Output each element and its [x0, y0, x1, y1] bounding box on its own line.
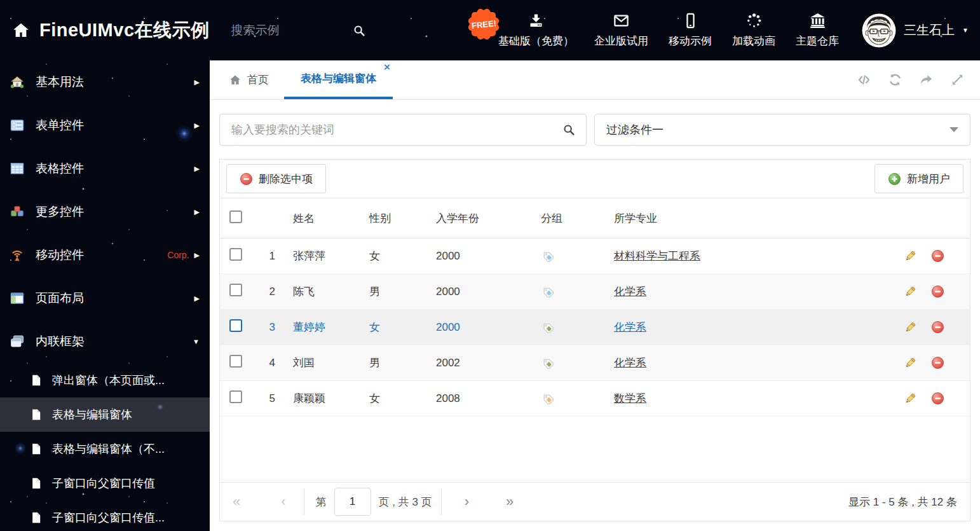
row-number: 2 — [255, 286, 293, 298]
col-name: 姓名 — [293, 211, 369, 226]
filter-dropdown[interactable]: 过滤条件一 — [594, 114, 970, 146]
download-icon — [527, 12, 545, 29]
col-year: 入学年份 — [436, 211, 541, 226]
sidebar-item[interactable]: 页面布局 ▶ — [0, 277, 210, 320]
edit-pencil-icon[interactable] — [904, 392, 917, 405]
table-row[interactable]: 4 刘国 男 2002 化学系 — [220, 345, 970, 381]
file-icon — [30, 477, 43, 490]
page-number-input[interactable] — [334, 488, 371, 516]
tab-grid-edit-window[interactable]: 表格与编辑窗体 × — [284, 60, 393, 99]
table-row[interactable]: 3 董婷婷 女 2000 化学系 — [220, 310, 970, 345]
user-menu[interactable]: 三生石上 ▼ — [862, 13, 969, 48]
code-icon[interactable] — [857, 72, 871, 87]
table-row[interactable]: 2 陈飞 男 2000 化学系 — [220, 274, 970, 310]
keyword-search-input[interactable] — [230, 123, 562, 137]
add-user-button[interactable]: 新增用户 — [875, 164, 963, 193]
sidebar-item-label: 移动控件 — [36, 247, 166, 263]
header-nav: FREE! 基础版（免费） 企业版试用 移动示例 加载动画 主题仓库 — [498, 12, 839, 48]
antenna-icon — [10, 247, 25, 263]
header-nav-item[interactable]: 企业版试用 — [594, 12, 648, 48]
sidebar-item[interactable]: 基本用法 ▶ — [0, 60, 210, 104]
refresh-icon[interactable] — [888, 72, 902, 87]
delete-row-icon[interactable] — [931, 392, 944, 405]
row-checkbox[interactable] — [229, 284, 242, 296]
sidebar-item-label: 基本用法 — [36, 74, 194, 90]
sidebar-subitem[interactable]: 子窗口向父窗口传值... — [0, 500, 210, 531]
cell-name: 张萍萍 — [293, 249, 369, 263]
major-link[interactable]: 化学系 — [614, 321, 646, 333]
delete-row-icon[interactable] — [931, 356, 944, 369]
edit-pencil-icon[interactable] — [904, 285, 917, 298]
edit-pencil-icon[interactable] — [904, 249, 917, 263]
header-nav-item[interactable]: 加载动画 — [732, 12, 775, 48]
major-link[interactable]: 化学系 — [614, 357, 646, 369]
tab-home[interactable]: 首页 — [229, 60, 269, 99]
cell-name: 刘国 — [293, 355, 369, 370]
sidebar-subitem-label: 表格与编辑窗体（不... — [52, 441, 165, 457]
major-link[interactable]: 化学系 — [614, 286, 646, 298]
chevron-right-icon: ▶ — [194, 121, 200, 130]
header-search-input[interactable] — [230, 23, 328, 38]
cell-gender: 男 — [369, 355, 436, 370]
delete-row-icon[interactable] — [931, 249, 944, 263]
row-checkbox[interactable] — [229, 390, 242, 403]
delete-row-icon[interactable] — [931, 321, 944, 334]
expand-icon[interactable] — [950, 72, 965, 87]
sidebar-item-label: 表格控件 — [36, 160, 194, 177]
form-icon — [10, 118, 25, 133]
close-icon[interactable]: × — [384, 62, 390, 72]
table-row[interactable]: 1 张萍萍 女 2000 材料科学与工程系 — [220, 238, 970, 274]
sidebar-subitem[interactable]: 表格与编辑窗体 — [0, 397, 210, 432]
last-page-icon[interactable]: » — [506, 495, 514, 509]
sidebar-item[interactable]: 更多控件 ▶ — [0, 190, 210, 233]
search-icon[interactable] — [562, 123, 576, 137]
chevron-right-icon: ▶ — [194, 294, 200, 303]
sidebar-subitem[interactable]: 弹出窗体（本页面或... — [0, 363, 210, 397]
row-checkbox[interactable] — [229, 355, 242, 368]
sidebar-item[interactable]: 内联框架 ▼ — [0, 320, 210, 363]
table-row[interactable]: 5 康颖颖 女 2008 数学系 — [220, 381, 970, 417]
header-nav-item[interactable]: FREE! 基础版（免费） — [498, 12, 574, 48]
search-icon[interactable] — [352, 24, 366, 38]
tab-bar: 首页 表格与编辑窗体 × — [210, 60, 980, 100]
header-nav-item[interactable]: 移动示例 — [669, 12, 712, 48]
user-avatar — [862, 13, 896, 48]
major-link[interactable]: 材料科学与工程系 — [614, 250, 700, 262]
major-link[interactable]: 数学系 — [614, 392, 646, 404]
row-checkbox[interactable] — [229, 248, 242, 261]
edit-pencil-icon[interactable] — [904, 321, 917, 334]
tag-icon — [541, 285, 555, 299]
corp-badge: Corp. — [167, 250, 189, 260]
bank-icon — [809, 12, 826, 29]
header-search — [230, 23, 366, 38]
frames-icon — [10, 334, 25, 349]
delete-row-icon[interactable] — [931, 285, 944, 298]
file-icon — [30, 374, 43, 387]
first-page-icon[interactable]: « — [233, 495, 240, 509]
share-icon[interactable] — [919, 72, 934, 87]
next-page-icon[interactable]: › — [465, 495, 469, 509]
header-nav-label: 基础版（免费） — [498, 34, 574, 48]
tag-icon — [541, 321, 555, 334]
sidebar-item[interactable]: 表单控件 ▶ — [0, 104, 210, 147]
col-gender: 性别 — [369, 211, 436, 226]
delete-selected-button[interactable]: 删除选中项 — [226, 164, 326, 193]
sidebar-subitem[interactable]: 子窗口向父窗口传值 — [0, 466, 210, 500]
row-number: 5 — [255, 392, 293, 405]
chevron-down-icon: ▼ — [193, 338, 200, 345]
select-all-checkbox[interactable] — [229, 210, 242, 223]
cell-name: 陈飞 — [293, 284, 369, 299]
chevron-right-icon: ▶ — [194, 251, 200, 259]
row-number: 3 — [255, 321, 293, 334]
sidebar-item[interactable]: 移动控件 Corp. ▶ — [0, 233, 210, 277]
prev-page-icon[interactable]: ‹ — [281, 495, 285, 509]
row-checkbox[interactable] — [229, 319, 242, 332]
page-suffix: 页 , 共 3 页 — [379, 495, 432, 509]
sidebar-item[interactable]: 表格控件 ▶ — [0, 147, 210, 190]
sidebar-subitem[interactable]: 表格与编辑窗体（不... — [0, 432, 210, 466]
app-header: FineUIMvc在线示例 FREE! 基础版（免费） 企业版试用 移动示例 加… — [0, 0, 980, 60]
edit-pencil-icon[interactable] — [904, 356, 917, 369]
home-icon[interactable] — [11, 21, 31, 40]
header-nav-item[interactable]: 主题仓库 — [796, 12, 839, 48]
tag-icon — [541, 392, 555, 406]
